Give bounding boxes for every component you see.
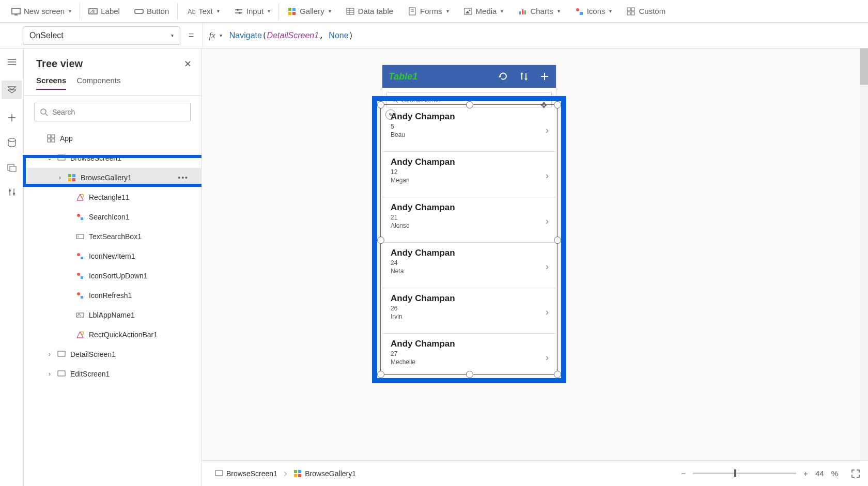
breadcrumb-control[interactable]: BrowseGallery1 <box>287 465 362 482</box>
tree-item-text-search-box[interactable]: TextSearchBox1 <box>24 227 201 246</box>
refresh-icon[interactable] <box>498 71 508 82</box>
data-icon[interactable] <box>6 136 18 149</box>
resize-handle[interactable] <box>377 237 384 244</box>
tree-item-icon-sort[interactable]: IconSortUpDown1 <box>24 266 201 286</box>
gallery-row[interactable]: Andy Champan 24 Neta › <box>382 243 556 288</box>
media-button[interactable]: Media ▾ <box>456 0 511 23</box>
tab-components[interactable]: Components <box>76 76 120 90</box>
media-rail-icon[interactable] <box>6 161 18 174</box>
tree-item-icon-new[interactable]: IconNewItem1 <box>24 246 201 266</box>
tree-item-browse-screen[interactable]: ⌄ BrowseScreen1 <box>24 148 201 168</box>
chevron-down-icon: ▾ <box>171 33 174 38</box>
tree-item-label: IconNewItem1 <box>89 252 135 260</box>
tree-item-rectangle[interactable]: Rectangle11 <box>24 187 201 207</box>
expand-icon[interactable]: › <box>47 351 53 358</box>
input-button[interactable]: Input ▾ <box>227 0 277 23</box>
tree-item-detail-screen[interactable]: › DetailScreen1 <box>24 344 201 364</box>
svg-line-80 <box>396 101 398 103</box>
forms-label: Forms <box>420 7 442 15</box>
ribbon-divider <box>177 3 178 20</box>
property-selector[interactable]: OnSelect ▾ <box>23 26 180 45</box>
gallery-row[interactable]: Andy Champan 21 Alonso › <box>382 197 556 243</box>
resize-handle[interactable] <box>377 101 384 108</box>
data-table-button[interactable]: Data table <box>338 0 400 23</box>
svg-rect-71 <box>58 371 65 376</box>
zoom-thumb[interactable] <box>734 469 736 477</box>
button-button[interactable]: Button <box>127 0 176 23</box>
fit-to-window-icon[interactable] <box>850 468 861 479</box>
search-icon <box>40 108 48 116</box>
zoom-slider[interactable] <box>693 473 796 474</box>
resize-handle[interactable] <box>554 371 561 378</box>
tree-item-search-icon[interactable]: SearchIcon1 <box>24 207 201 227</box>
label-button[interactable]: Label <box>81 0 127 23</box>
canvas[interactable]: Table1 ✎ Andy Champan 5 Beau › Andy Cham… <box>202 49 868 460</box>
svg-rect-52 <box>72 174 75 177</box>
search-input[interactable] <box>401 96 547 104</box>
hamburger-icon[interactable] <box>6 56 18 68</box>
icons-button[interactable]: Icons ▾ <box>567 0 619 23</box>
charts-button[interactable]: Charts ▾ <box>510 0 567 23</box>
tree-search-input[interactable] <box>52 108 185 116</box>
input-label: Input <box>246 7 264 15</box>
formula-input[interactable]: Navigate(DetailScreen1, None) <box>225 30 353 40</box>
edit-template-icon[interactable]: ✎ <box>385 109 396 120</box>
add-icon[interactable] <box>539 71 550 82</box>
media-icon <box>463 7 473 16</box>
close-icon[interactable]: ✕ <box>184 58 192 70</box>
browse-gallery[interactable]: ✎ Andy Champan 5 Beau › Andy Champan 12 … <box>382 106 556 380</box>
chevron-down-icon[interactable]: ▾ <box>220 33 222 38</box>
resize-handle[interactable] <box>554 237 561 244</box>
svg-rect-81 <box>215 471 223 476</box>
tree-item-app[interactable]: App <box>24 129 201 148</box>
tree-item-icon-refresh[interactable]: IconRefresh1 <box>24 286 201 305</box>
phone-preview[interactable]: Table1 ✎ Andy Champan 5 Beau › Andy Cham… <box>382 65 556 380</box>
row-sub1: 26 <box>391 305 549 312</box>
expand-icon[interactable]: › <box>57 174 63 181</box>
gallery-row[interactable]: Andy Champan 12 Megan › <box>382 152 556 197</box>
insert-icon[interactable] <box>6 112 18 124</box>
resize-handle[interactable] <box>554 101 561 108</box>
sort-icon[interactable] <box>519 71 529 82</box>
scrollbar-thumb[interactable] <box>860 49 868 85</box>
fx-icon[interactable]: fx <box>209 30 215 41</box>
screen-icon <box>57 350 66 359</box>
tab-screens[interactable]: Screens <box>36 76 66 90</box>
text-button[interactable]: Ab Text ▾ <box>179 0 227 23</box>
resize-handle[interactable] <box>377 371 384 378</box>
tree-item-label: IconSortUpDown1 <box>89 272 148 280</box>
chevron-right-icon[interactable]: › <box>546 307 549 318</box>
chevron-right-icon[interactable]: › <box>546 216 549 227</box>
formula-arg2: None <box>329 31 348 40</box>
expand-icon[interactable]: ⌄ <box>47 154 53 162</box>
custom-button[interactable]: Custom <box>619 0 673 23</box>
resize-handle[interactable] <box>466 371 473 378</box>
gallery-row[interactable]: Andy Champan 26 Irvin › <box>382 288 556 334</box>
icon-control-icon <box>75 291 85 300</box>
breadcrumb-screen[interactable]: BrowseScreen1 <box>209 465 284 482</box>
chevron-right-icon[interactable]: › <box>546 261 549 272</box>
tree-item-rect-quick[interactable]: RectQuickActionBar1 <box>24 325 201 344</box>
tree-item-lbl-app[interactable]: LblAppName1 <box>24 305 201 325</box>
icons-icon <box>575 7 584 16</box>
tree-search[interactable] <box>34 103 191 121</box>
tree-view-icon[interactable] <box>2 81 22 99</box>
resize-handle[interactable] <box>466 101 473 108</box>
tree-item-browse-gallery[interactable]: › BrowseGallery1 ••• <box>24 168 201 187</box>
tree-item-edit-screen[interactable]: › EditScreen1 <box>24 364 201 384</box>
chevron-right-icon[interactable]: › <box>546 352 549 363</box>
new-screen-button[interactable]: New screen ▾ <box>4 0 79 23</box>
expand-icon[interactable]: › <box>47 370 53 378</box>
forms-button[interactable]: Forms ▾ <box>400 0 456 23</box>
svg-point-22 <box>469 9 470 11</box>
vertical-scrollbar[interactable] <box>860 49 868 460</box>
chevron-right-icon[interactable]: › <box>546 170 549 181</box>
gallery-button[interactable]: Gallery ▾ <box>280 0 338 23</box>
zoom-in-button[interactable]: + <box>803 469 808 478</box>
zoom-out-button[interactable]: − <box>681 469 686 478</box>
more-icon[interactable]: ••• <box>178 174 189 182</box>
chevron-right-icon[interactable]: › <box>546 125 549 136</box>
gallery-row[interactable]: ✎ Andy Champan 5 Beau › <box>382 106 556 152</box>
advanced-tools-icon[interactable] <box>6 186 18 198</box>
input-icon <box>234 7 243 16</box>
